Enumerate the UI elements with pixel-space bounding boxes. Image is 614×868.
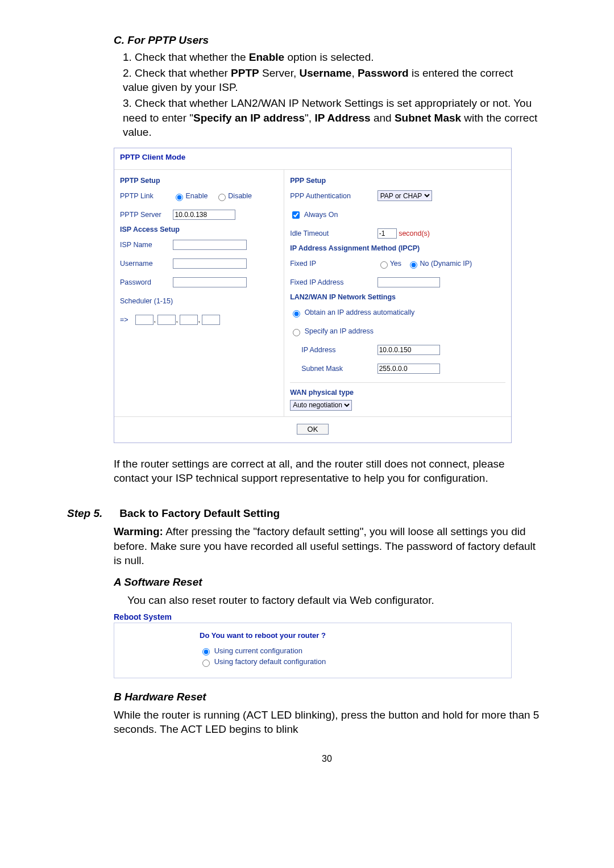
input-ip-address[interactable] <box>377 345 440 355</box>
label-ppp-auth: PPP Authentication <box>290 192 375 200</box>
input-idle-timeout[interactable] <box>377 228 397 239</box>
step5-title: Back to Factory Default Setting <box>119 507 280 520</box>
label-ip-address: IP Address <box>301 346 375 354</box>
text: IP Address <box>314 112 370 124</box>
group-wan-physical: WAN physical type <box>290 389 505 397</box>
input-sched-4[interactable] <box>202 315 220 325</box>
step5-row: Step 5. Back to Factory Default Setting <box>114 507 540 520</box>
input-username[interactable] <box>173 258 247 269</box>
row-ppp-auth: PPP Authentication PAP or CHAP <box>290 188 505 204</box>
reboot-opt2: Using factory default configuration <box>200 657 511 667</box>
step5-label: Step 5. <box>67 507 102 520</box>
input-sched-3[interactable] <box>180 315 198 325</box>
select-ppp-auth[interactable]: PAP or CHAP <box>377 190 432 201</box>
label-idle-timeout: Idle Timeout <box>290 229 375 237</box>
pptp-client-mode-panel: PPTP Client Mode PPTP Setup PPTP Link En… <box>114 148 512 443</box>
input-subnet-mask[interactable] <box>377 364 440 374</box>
panel-body: PPTP Setup PPTP Link Enable Disable PPTP… <box>114 170 511 416</box>
document-page: C. For PPTP Users 1. Check that whether … <box>0 0 614 787</box>
label-fixed-ip: Fixed IP <box>290 260 375 268</box>
input-pptp-server[interactable] <box>173 210 235 220</box>
label-specify: Specify an IP address <box>305 327 374 335</box>
input-password[interactable] <box>173 277 247 287</box>
row-pptp-link: PPTP Link Enable Disable <box>120 188 278 204</box>
list-item: 2. Check that whether PPTP Server, Usern… <box>123 66 540 95</box>
row-username: Username <box>120 256 278 272</box>
label-enable: Enable <box>185 192 208 200</box>
input-isp-name[interactable] <box>173 240 247 250</box>
wan-section: WAN physical type Auto negotiation <box>290 382 505 411</box>
text: , <box>351 67 358 79</box>
label-pptp-server: PPTP Server <box>120 211 171 219</box>
list-c: 1. Check that whether the Enable option … <box>123 50 540 140</box>
group-ppp-setup: PPP Setup <box>290 177 505 185</box>
row-specify: Specify an IP address <box>290 323 505 339</box>
label-no: No (Dynamic IP) <box>420 260 472 268</box>
text: option is selected. <box>284 51 374 63</box>
radio-enable[interactable] <box>176 194 183 201</box>
text: Warming: <box>114 525 163 537</box>
row-password: Password <box>120 274 278 290</box>
radio-specify-ip[interactable] <box>293 329 300 336</box>
radio-fixedip-no[interactable] <box>410 261 417 269</box>
col-left: PPTP Setup PPTP Link Enable Disable PPTP… <box>114 170 284 416</box>
text: Password <box>358 67 409 79</box>
text: Subnet Mask <box>395 112 461 124</box>
label-yes: Yes <box>390 260 401 268</box>
radio-disable[interactable] <box>218 194 226 201</box>
group-pptp-setup: PPTP Setup <box>120 177 278 185</box>
select-wan-physical[interactable]: Auto negotiation <box>290 400 352 411</box>
label-arrow: => <box>120 316 134 324</box>
label-reboot-factory: Using factory default configuration <box>214 657 326 666</box>
reboot-title: Reboot System <box>114 612 540 621</box>
list-item: 3. Check that whether LAN2/WAN IP Networ… <box>123 96 540 140</box>
row-subnet-mask: Subnet Mask <box>301 361 505 377</box>
checkbox-always-on[interactable] <box>292 211 300 219</box>
row-ip-address: IP Address <box>301 342 505 358</box>
radio-reboot-factory[interactable] <box>202 660 210 667</box>
row-always-on: Always On <box>290 207 505 223</box>
radio-fixedip-yes[interactable] <box>380 261 388 269</box>
after-panel-text: If the router settings are correct at al… <box>114 457 540 486</box>
row-idle-timeout: Idle Timeout second(s) <box>290 226 505 241</box>
label-fixed-ip-addr: Fixed IP Address <box>290 278 375 286</box>
input-sched-1[interactable] <box>135 315 154 325</box>
row-pptp-server: PPTP Server <box>120 207 278 223</box>
group-isp-access: ISP Access Setup <box>120 226 278 233</box>
row-fixed-ip: Fixed IP Yes No (Dynamic IP) <box>290 256 505 272</box>
label-scheduler: Scheduler (1-15) <box>120 297 173 305</box>
group-lan2wan: LAN2/WAN IP Network Settings <box>290 293 505 301</box>
label-reboot-current: Using current configuration <box>214 646 302 655</box>
reboot-panel: Do You want to reboot your router ? Usin… <box>114 623 512 678</box>
label-subnet-mask: Subnet Mask <box>301 365 375 373</box>
reboot-opt1: Using current configuration <box>200 646 511 656</box>
list-item: 1. Check that whether the Enable option … <box>123 50 540 65</box>
text: Enable <box>249 51 284 63</box>
reboot-question: Do You want to reboot your router ? <box>200 631 511 640</box>
text: Username <box>299 67 351 79</box>
group-ipcp: IP Address Assignment Method (IPCP) <box>290 244 505 252</box>
label-seconds: second(s) <box>399 229 430 237</box>
row-fixed-ip-addr: Fixed IP Address <box>290 274 505 290</box>
a-reset-text: You can also reset router to factory def… <box>127 593 540 608</box>
input-sched-2[interactable] <box>157 315 176 325</box>
row-scheduler-label: Scheduler (1-15) <box>120 293 278 309</box>
radio-obtain-auto[interactable] <box>293 310 300 318</box>
heading-b-reset: B Hardware Reset <box>114 691 540 703</box>
col-right: PPP Setup PPP Authentication PAP or CHAP… <box>284 170 511 416</box>
text: Specify an IP address <box>193 112 305 124</box>
row-isp-name: ISP Name <box>120 237 278 253</box>
ok-button[interactable]: OK <box>297 424 329 435</box>
text: and <box>371 112 395 124</box>
text: Server, <box>259 67 300 79</box>
text: PPTP <box>231 67 259 79</box>
input-fixed-ip-addr[interactable] <box>377 277 440 287</box>
label-pptp-link: PPTP Link <box>120 192 171 200</box>
panel-footer: OK <box>114 416 511 443</box>
step5-warming: Warming: After pressing the "factory def… <box>114 524 540 568</box>
panel-title: PPTP Client Mode <box>114 148 511 170</box>
row-scheduler-inputs: => , , , <box>120 312 278 328</box>
heading-c: C. For PPTP Users <box>114 34 540 47</box>
label-isp-name: ISP Name <box>120 241 171 249</box>
radio-reboot-current[interactable] <box>202 648 210 656</box>
